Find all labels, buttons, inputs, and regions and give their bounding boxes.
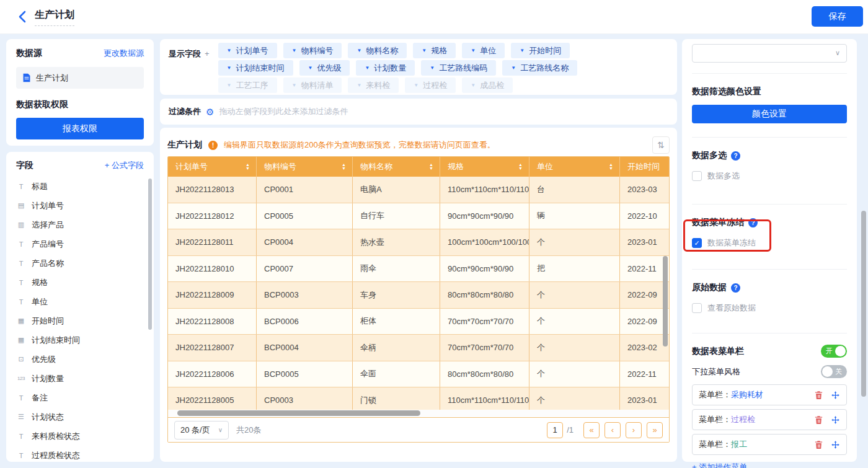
trash-icon[interactable] [814, 391, 823, 400]
display-field-chip[interactable]: ▼单位 [462, 43, 505, 58]
settings-select[interactable]: ∨ [692, 44, 847, 63]
table-row[interactable]: JH20221128013CP0001电脑A110cm*110cm*110/11… [168, 177, 670, 203]
last-page-button[interactable]: » [647, 422, 663, 438]
menu-bar-item-value[interactable]: 采购耗材 [731, 389, 763, 400]
table-cell: BCP0006 [256, 309, 352, 335]
move-icon[interactable] [831, 391, 840, 400]
display-field-chip[interactable]: ▼优先级 [299, 60, 350, 76]
field-item[interactable]: T规格 [16, 273, 144, 292]
gear-icon[interactable]: ⚙ [206, 107, 214, 117]
column-header[interactable]: 计划单号▲▼ [168, 157, 256, 177]
menu-bar-item-value[interactable]: 报工 [731, 439, 747, 450]
sort-arrows-icon: ▲▼ [246, 163, 250, 170]
field-item-label: 过程质检状态 [32, 450, 80, 461]
column-header[interactable]: 开始时间▲▼ [619, 157, 670, 177]
page-size-select[interactable]: 20 条/页 ∨ [174, 421, 229, 439]
column-header[interactable]: 物料编号▲▼ [256, 157, 352, 177]
display-field-chip[interactable]: ▼来料检 [348, 77, 399, 93]
field-item-label: 产品名称 [32, 258, 64, 269]
field-item[interactable]: T产品名称 [16, 254, 144, 273]
back-icon[interactable] [16, 10, 30, 24]
field-item[interactable]: ▥选择产品 [16, 215, 144, 234]
field-item[interactable]: T产品编号 [16, 234, 144, 254]
sort-button[interactable]: ⇅ [652, 136, 670, 154]
field-item[interactable]: T单位 [16, 292, 144, 311]
table-row[interactable]: JH20221128007BCP0004伞柄70cm*70cm*70/70个20… [168, 335, 670, 361]
display-field-chip[interactable]: ▼计划数量 [356, 60, 415, 76]
add-action-menu-link[interactable]: + 添加操作菜单 [692, 462, 847, 468]
table-vertical-scrollbar[interactable] [663, 256, 668, 347]
chip-label: 物料清单 [301, 80, 333, 91]
dropdown-style-toggle[interactable]: 关 [821, 365, 847, 378]
prev-page-button[interactable]: ‹ [604, 422, 621, 438]
display-field-chip[interactable]: ▼物料编号 [283, 43, 342, 58]
display-field-chip[interactable]: ▼物料清单 [283, 77, 342, 93]
column-header[interactable]: 物料名称▲▼ [352, 157, 440, 177]
field-item[interactable]: ☰计划状态 [16, 407, 144, 426]
field-item[interactable]: 123计划数量 [16, 369, 144, 388]
display-field-chip[interactable]: ▼过程检 [405, 77, 456, 93]
trash-icon[interactable] [814, 440, 823, 449]
display-field-chip[interactable]: ▼规格 [413, 43, 456, 58]
next-page-button[interactable]: › [626, 422, 642, 438]
trash-icon[interactable] [814, 415, 823, 425]
display-field-chip[interactable]: ▼工艺工序 [218, 77, 277, 93]
table-row[interactable]: JH20221128012CP0005自行车90cm*90cm*90/90辆20… [168, 203, 670, 230]
field-item[interactable]: T来料质检状态 [16, 426, 144, 446]
raw-data-checkbox[interactable] [692, 303, 702, 313]
change-datasource-link[interactable]: 更改数据源 [104, 48, 144, 59]
fields-scrollbar[interactable] [148, 179, 152, 330]
column-header[interactable]: 单位▲▼ [529, 157, 619, 177]
field-item[interactable]: ▤计划单号 [16, 196, 144, 215]
display-field-chip[interactable]: ▼工艺路线编码 [421, 60, 496, 76]
field-item[interactable]: ⊡优先级 [16, 350, 144, 369]
horizontal-scrollbar-thumb[interactable] [177, 410, 420, 416]
display-field-chip[interactable]: ▼计划结束时间 [218, 60, 293, 76]
table-row[interactable]: JH20221128005CP0003门锁110cm*110cm*110/110… [168, 387, 670, 410]
save-button[interactable]: 保存 [812, 6, 863, 27]
field-item[interactable]: T备注 [16, 388, 144, 407]
add-field-icon[interactable]: + [205, 49, 210, 58]
multi-select-checkbox-row[interactable]: 数据多选 [692, 170, 847, 182]
help-icon[interactable]: ? [748, 218, 758, 227]
table-row[interactable]: JH20221128010CP0007雨伞90cm*90cm*90/90把202… [168, 256, 670, 283]
display-field-chip[interactable]: ▼开始时间 [511, 43, 570, 58]
field-item[interactable]: ▦开始时间 [16, 311, 144, 330]
multi-select-checkbox[interactable] [692, 171, 702, 181]
help-icon[interactable]: ? [731, 283, 740, 293]
report-permission-button[interactable]: 报表权限 [16, 118, 144, 139]
table-row[interactable]: JH20221128009BCP0003车身80cm*80cm*80/80个20… [168, 282, 670, 309]
move-icon[interactable] [831, 440, 840, 449]
menu-bar-item[interactable]: 菜单栏：报工 [692, 434, 847, 455]
table-cell: 伞柄 [352, 335, 440, 361]
help-icon[interactable]: ? [731, 151, 740, 161]
move-icon[interactable] [831, 415, 840, 425]
window-scrollbar-thumb[interactable] [861, 211, 866, 397]
display-field-chip[interactable]: ▼计划单号 [218, 43, 277, 58]
datasource-item[interactable]: 生产计划 [16, 67, 144, 89]
menu-bar-item[interactable]: 菜单栏：采购耗材 [692, 384, 847, 405]
text-icon: T [16, 394, 26, 402]
menu-freeze-checkbox-row[interactable]: ✓ 数据菜单冻结 [692, 237, 847, 249]
formula-field-link[interactable]: + 公式字段 [105, 160, 144, 171]
field-item[interactable]: T标题 [16, 177, 144, 196]
table-row[interactable]: JH20221128011CP0004热水壶100cm*100cm*100/10… [168, 229, 670, 256]
column-header-label: 规格 [448, 161, 464, 172]
table-menu-toggle[interactable]: 开 [821, 345, 847, 358]
display-field-chip[interactable]: ▼工艺路线名称 [502, 60, 577, 76]
field-item[interactable]: T过程质检状态 [16, 446, 144, 462]
menu-freeze-checkbox[interactable]: ✓ [692, 238, 702, 248]
table-row[interactable]: JH20221128006BCP0005伞面80cm*80cm*80/80个20… [168, 361, 670, 388]
display-field-chip[interactable]: ▼物料名称 [348, 43, 407, 58]
column-header[interactable]: 规格▲▼ [440, 157, 529, 177]
table-row[interactable]: JH20221128008BCP0006柜体70cm*70cm*70/70个20… [168, 309, 670, 335]
raw-data-checkbox-row[interactable]: 查看原始数据 [692, 302, 847, 314]
field-item[interactable]: ▦计划结束时间 [16, 330, 144, 350]
color-settings-button[interactable]: 颜色设置 [692, 105, 847, 123]
table-cell: 90cm*90cm*90/90 [440, 203, 529, 229]
first-page-button[interactable]: « [583, 422, 600, 438]
menu-bar-item-value[interactable]: 过程检 [731, 414, 755, 425]
display-field-chip[interactable]: ▼成品检 [462, 77, 513, 93]
menu-bar-item[interactable]: 菜单栏：过程检 [692, 409, 847, 430]
page-number-input[interactable]: 1 [547, 422, 563, 438]
